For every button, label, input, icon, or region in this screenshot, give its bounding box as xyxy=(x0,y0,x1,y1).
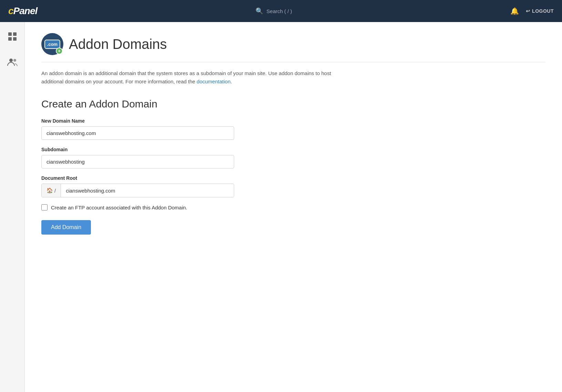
header-actions: 🔔 ↩ LOGOUT xyxy=(510,7,554,15)
page-icon: .com + xyxy=(41,33,63,55)
svg-rect-0 xyxy=(8,32,12,36)
search-placeholder: Search ( / ) xyxy=(267,8,292,14)
search-icon: 🔍 xyxy=(256,7,263,15)
subdomain-label: Subdomain xyxy=(41,147,234,152)
sidebar xyxy=(0,22,25,392)
sidebar-item-users[interactable] xyxy=(4,55,20,72)
documentation-link[interactable]: documentation xyxy=(197,79,230,84)
header: cPanel 🔍 Search ( / ) 🔔 ↩ LOGOUT xyxy=(0,0,562,22)
users-icon xyxy=(7,58,18,66)
document-root-label: Document Root xyxy=(41,175,234,181)
ftp-checkbox-label[interactable]: Create an FTP account associated with th… xyxy=(51,205,187,210)
ftp-checkbox[interactable] xyxy=(41,204,48,210)
subdomain-input[interactable] xyxy=(41,155,234,168)
grid-icon xyxy=(8,32,17,41)
new-domain-input[interactable] xyxy=(41,126,234,140)
document-root-prefix: 🏠 / xyxy=(42,184,61,197)
search-box[interactable]: 🔍 Search ( / ) xyxy=(256,7,292,15)
document-root-group: Document Root 🏠 / xyxy=(41,175,234,197)
form-section-title: Create an Addon Domain xyxy=(41,98,545,110)
document-root-slash: / xyxy=(54,188,56,194)
logout-button[interactable]: ↩ LOGOUT xyxy=(526,8,554,14)
document-root-wrap: 🏠 / xyxy=(41,184,234,197)
sidebar-item-home[interactable] xyxy=(5,29,20,47)
page-description: An addon domain is an additional domain … xyxy=(41,69,351,86)
svg-rect-1 xyxy=(13,32,17,36)
ftp-checkbox-group: Create an FTP account associated with th… xyxy=(41,204,234,210)
home-icon: 🏠 xyxy=(46,187,53,194)
search-area[interactable]: 🔍 Search ( / ) xyxy=(37,7,510,15)
logo: cPanel xyxy=(8,6,37,17)
svg-point-4 xyxy=(9,59,13,62)
main-content: .com + Addon Domains An addon domain is … xyxy=(25,22,562,392)
add-domain-button[interactable]: Add Domain xyxy=(41,220,91,235)
page-icon-badge: + xyxy=(56,48,63,54)
page-title: Addon Domains xyxy=(69,37,167,52)
document-root-input[interactable] xyxy=(61,184,234,197)
page-header: .com + Addon Domains xyxy=(41,33,545,62)
new-domain-group: New Domain Name xyxy=(41,118,234,140)
logout-icon: ↩ xyxy=(526,8,530,14)
svg-rect-2 xyxy=(8,37,12,41)
svg-rect-3 xyxy=(13,37,17,41)
new-domain-label: New Domain Name xyxy=(41,118,234,124)
bell-icon[interactable]: 🔔 xyxy=(510,7,519,15)
main-layout: .com + Addon Domains An addon domain is … xyxy=(0,22,562,392)
subdomain-group: Subdomain xyxy=(41,147,234,168)
svg-point-5 xyxy=(13,59,16,62)
